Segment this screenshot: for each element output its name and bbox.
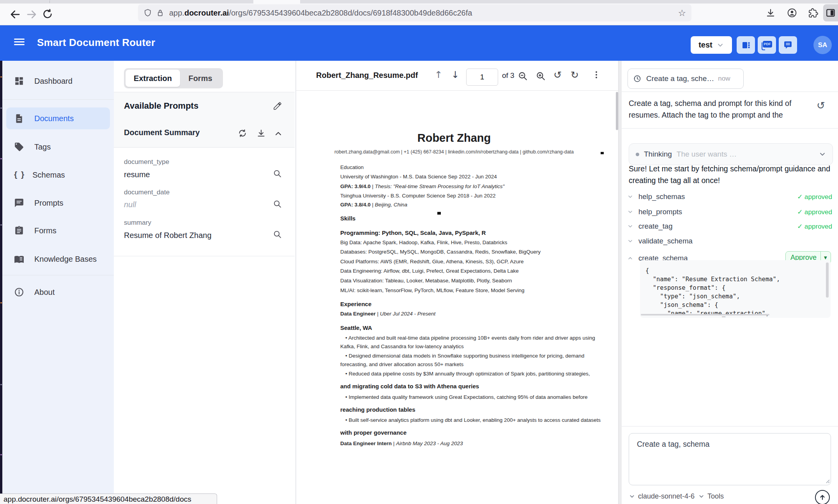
pdf-icon: PDF <box>762 41 773 50</box>
sidebar-item-label: Tags <box>34 143 51 152</box>
browser-toolbar: app.docrouter.ai/orgs/6795345439604beca2… <box>0 0 838 25</box>
sidebar-item-about[interactable]: About <box>6 282 110 302</box>
chat-panel: Create a tag, sche… now Create a tag, sc… <box>622 61 838 504</box>
tools-selector-label: Tools <box>707 492 724 500</box>
approve-dropdown-caret-icon[interactable]: ▼ <box>824 256 827 260</box>
document-summary-row: Document Summary <box>114 119 295 148</box>
org-selector[interactable]: test <box>691 36 732 54</box>
tab-forms[interactable]: Forms <box>180 70 221 87</box>
avatar[interactable]: SA <box>813 36 832 54</box>
model-name: claude-sonnet-4-6 <box>638 492 695 500</box>
more-options-icon[interactable] <box>596 70 597 79</box>
tool-row-create-tag[interactable]: create_tag ✓ approved <box>627 220 832 232</box>
resume-line: Tsinghua University - B.S. Computer Scie… <box>340 193 495 199</box>
zoom-in-icon[interactable] <box>536 71 546 81</box>
browser-back-button[interactable] <box>9 9 21 20</box>
sidebar-item-forms[interactable]: Forms <box>6 221 110 240</box>
sidebar-item-schemas[interactable]: { } Schemas <box>6 165 110 185</box>
search-icon[interactable] <box>273 199 282 208</box>
menu-hamburger-icon[interactable] <box>14 37 25 47</box>
refresh-icon[interactable] <box>238 129 247 138</box>
sidebar-item-dashboard[interactable]: Dashboard <box>6 71 110 91</box>
code-horizontal-scrollbar[interactable] <box>641 314 769 315</box>
open-book-icon <box>14 254 24 264</box>
resume-contact: robert.zhang.data@gmail.com | +1 (425) 6… <box>296 149 612 155</box>
code-vertical-scrollbar[interactable] <box>826 263 829 298</box>
divider <box>622 128 838 129</box>
field-value-null[interactable]: null <box>124 200 136 209</box>
downloads-icon[interactable] <box>766 8 776 18</box>
history-pill-time: now <box>718 75 730 83</box>
dashboard-icon <box>14 76 24 86</box>
resize-grip-icon[interactable] <box>825 478 830 483</box>
tab-separator <box>50 0 50 3</box>
chevron-down-icon <box>627 223 633 229</box>
tool-row-validate-schema[interactable]: validate_schema <box>627 235 832 247</box>
sidebar-item-knowledge-bases[interactable]: Knowledge Bases <box>6 249 110 269</box>
retry-icon[interactable]: ↺ <box>817 100 825 111</box>
pdf-view-button[interactable]: PDF <box>758 36 776 54</box>
send-button[interactable] <box>815 490 830 504</box>
browser-reload-button[interactable] <box>42 9 54 20</box>
page-down-icon[interactable]: ↓ <box>451 69 459 80</box>
tab-extraction[interactable]: Extraction <box>126 70 180 87</box>
tool-row-help-prompts[interactable]: help_prompts ✓ approved <box>627 206 832 218</box>
model-selector[interactable]: claude-sonnet-4-6 <box>629 492 695 500</box>
search-icon[interactable] <box>273 230 282 239</box>
collapse-chevron-up-icon[interactable] <box>274 129 283 138</box>
sidebar-toggle-icon <box>826 8 836 18</box>
send-arrow-icon <box>818 493 827 502</box>
tools-selector[interactable]: Tools <box>698 492 724 500</box>
rotate-ccw-icon[interactable]: ↺ <box>553 69 562 81</box>
sidebar-toggle-button[interactable] <box>823 4 838 21</box>
resume-heading: with proper governance <box>340 429 407 436</box>
history-pill-label: Create a tag, sche… <box>646 74 714 83</box>
shield-icon[interactable] <box>143 9 152 17</box>
thinking-label: Thinking <box>644 150 672 159</box>
available-prompts-row: Available Prompts <box>114 92 295 120</box>
resume-line: Databases: PostgreSQL, MySQL, MongoDB, C… <box>340 249 541 255</box>
resume-line: Kafka, Flink, and Cassandra for low-late… <box>340 344 464 349</box>
browser-forward-button[interactable] <box>26 9 37 20</box>
page-count-label: of 3 <box>502 71 514 80</box>
rotate-cw-icon[interactable]: ↻ <box>571 69 579 81</box>
chat-history-pill[interactable]: Create a tag, sche… now <box>628 69 744 89</box>
sidebar-divider <box>2 275 114 275</box>
lock-icon[interactable] <box>156 9 164 17</box>
resume-heading: Seattle, WA <box>340 324 372 331</box>
chat-view-button[interactable] <box>779 36 797 54</box>
bookmark-star-icon[interactable]: ☆ <box>678 8 686 18</box>
account-icon[interactable] <box>787 8 797 18</box>
resume-line: University of Washington - M.S. Data Sci… <box>340 174 497 180</box>
sidebar-item-documents[interactable]: Documents <box>6 107 110 129</box>
zoom-out-icon[interactable] <box>518 71 528 81</box>
resume-bullet: • Designed dimensional data models in Sn… <box>340 353 584 359</box>
extraction-panel: Extraction Forms Available Prompts Docum… <box>114 61 296 504</box>
chat-input[interactable]: Create a tag, schema <box>629 433 831 485</box>
page-number-input[interactable] <box>466 69 498 86</box>
search-icon[interactable] <box>273 169 282 178</box>
layout-view-button[interactable] <box>737 36 755 54</box>
page-up-icon[interactable]: ↑ <box>435 69 442 80</box>
sidebar-item-label: Dashboard <box>34 77 72 86</box>
download-icon[interactable] <box>256 129 266 138</box>
edit-pencil-icon[interactable] <box>273 101 282 111</box>
resume-line: Data Engineer Intern | Airbnb May 2023 -… <box>340 441 463 446</box>
resume-line: Data Visualization: Tableau, Looker, Met… <box>340 278 512 284</box>
user-message: Create a tag, schema and prompt for this… <box>629 97 805 121</box>
tool-row-help-schemas[interactable]: help_schemas ✓ approved <box>627 191 832 203</box>
field-value[interactable]: resume <box>124 170 150 179</box>
pdf-toolbar: Robert_Zhang_Resume.pdf ↑ ↓ of 3 ↺ ↻ <box>296 61 618 91</box>
chat-icon <box>783 40 793 50</box>
speech-bubble-icon <box>14 198 24 208</box>
approved-badge: ✓ approved <box>797 208 832 216</box>
sidebar-item-tags[interactable]: Tags <box>6 137 110 157</box>
sidebar-item-label: Schemas <box>32 171 65 180</box>
thinking-toggle[interactable]: Thinking The user wants … <box>629 143 833 165</box>
info-icon <box>14 287 24 297</box>
extensions-puzzle-icon[interactable] <box>808 8 818 18</box>
sidebar-item-prompts[interactable]: Prompts <box>6 193 110 213</box>
text-cursor-artifact <box>601 152 604 154</box>
field-value[interactable]: Resume of Robert Zhang <box>124 231 212 240</box>
address-bar[interactable]: app.docrouter.ai/orgs/6795345439604beca2… <box>138 4 691 21</box>
